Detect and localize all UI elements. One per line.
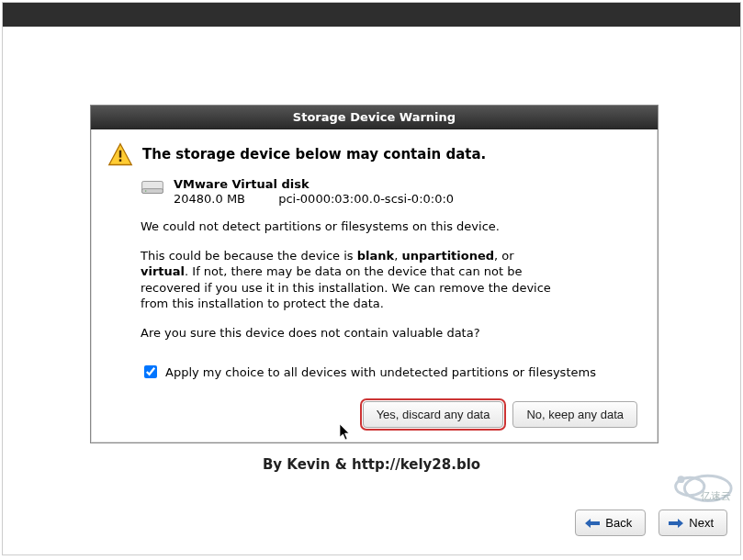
svg-rect-1 [119, 151, 121, 158]
svg-rect-2 [119, 159, 121, 162]
arrow-left-icon [585, 519, 600, 528]
next-label: Next [689, 516, 714, 530]
disk-size: 20480.0 MB [174, 192, 275, 206]
window-top-bar [3, 3, 740, 27]
yisu-cloud-logo-text: 亿速云 [701, 489, 731, 503]
svg-point-5 [145, 190, 147, 192]
storage-warning-dialog: Storage Device Warning The storage devic… [90, 105, 659, 443]
svg-marker-6 [340, 424, 349, 440]
nav-bar: Back Next [575, 510, 727, 536]
disk-path: pci-0000:03:00.0-scsi-0:0:0:0 [278, 192, 454, 206]
warning-icon [107, 142, 133, 168]
disk-entry: VMware Virtual disk 20480.0 MB pci-0000:… [141, 177, 641, 206]
mouse-cursor-icon [339, 423, 352, 442]
attribution-text: By Kevin & http://kely28.blo [3, 456, 740, 473]
next-button[interactable]: Next [659, 510, 727, 536]
arrow-right-icon [669, 519, 683, 528]
no-keep-button[interactable]: No, keep any data [512, 401, 637, 428]
paragraph-2: This could be because the device is blan… [141, 248, 563, 312]
back-button[interactable]: Back [575, 510, 646, 536]
dialog-body: The storage device below may contain dat… [91, 129, 658, 442]
apply-all-checkbox-row[interactable]: Apply my choice to all devices with unde… [141, 363, 641, 381]
apply-all-checkbox[interactable] [144, 365, 157, 378]
disk-name: VMware Virtual disk [174, 177, 454, 191]
apply-all-label[interactable]: Apply my choice to all devices with unde… [165, 365, 596, 379]
yes-discard-button[interactable]: Yes, discard any data [363, 401, 504, 428]
dialog-heading: The storage device below may contain dat… [142, 146, 486, 162]
disk-meta: 20480.0 MB pci-0000:03:00.0-scsi-0:0:0:0 [174, 192, 454, 206]
hard-disk-icon [141, 177, 164, 197]
svg-marker-11 [669, 519, 683, 528]
svg-point-9 [678, 476, 685, 483]
dialog-title: Storage Device Warning [91, 106, 658, 129]
svg-marker-10 [585, 519, 600, 528]
paragraph-3: Are you sure this device does not contai… [141, 325, 563, 342]
paragraph-1: We could not detect partitions or filesy… [141, 218, 563, 235]
back-label: Back [605, 516, 632, 530]
installer-window: 苏 Storage Device Warning The storage dev… [2, 2, 741, 555]
